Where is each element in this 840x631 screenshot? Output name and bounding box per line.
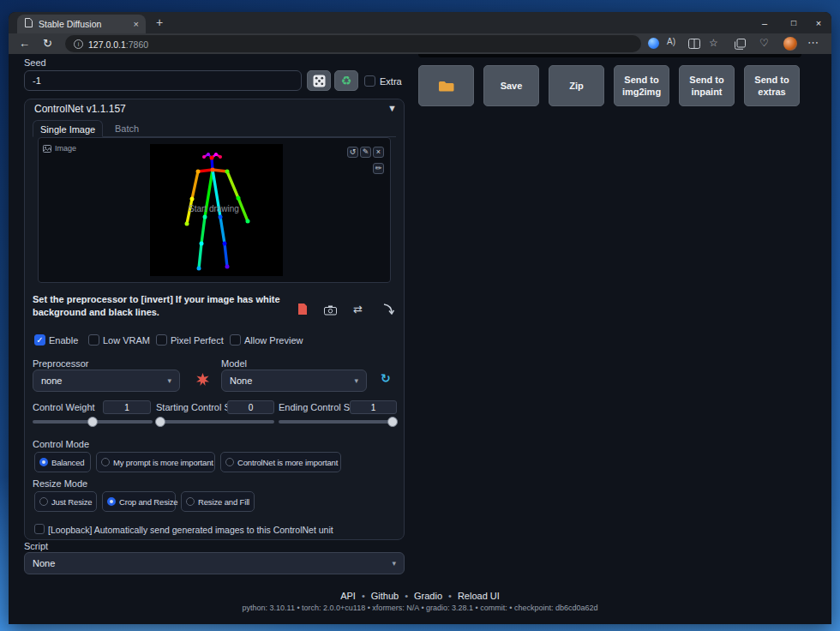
clear-image-icon[interactable]: × <box>373 147 384 158</box>
edit-icon[interactable]: ✎ <box>360 147 371 158</box>
control-mode-controlnet-important[interactable]: ControlNet is more important <box>220 452 341 472</box>
save-button[interactable]: Save <box>483 65 539 106</box>
collections-icon[interactable] <box>735 39 746 51</box>
run-preprocessor-icon[interactable] <box>196 373 209 388</box>
zip-button[interactable]: Zip <box>549 65 604 106</box>
window-minimize-button[interactable]: – <box>751 12 778 33</box>
control-mode-prompt-important[interactable]: My prompt is more important <box>96 452 215 472</box>
footer-links: API•Github•Gradio•Reload UI <box>9 591 831 601</box>
reuse-seed-button[interactable]: ♻ <box>334 70 358 91</box>
api-link[interactable]: API <box>340 591 356 601</box>
pose-canvas[interactable]: Start drawing <box>150 144 283 276</box>
github-link[interactable]: Github <box>371 591 399 601</box>
mirror-webcam-icon[interactable]: ⇄ <box>353 303 363 316</box>
radio-icon <box>101 458 110 466</box>
send-to-inpaint-button[interactable]: Send to inpaint <box>679 65 735 106</box>
address-host: 127.0.0.1 <box>88 39 126 50</box>
address-bar[interactable]: i 127.0.0.1:7860 <box>65 35 641 52</box>
end-step-slider-handle[interactable] <box>387 417 398 427</box>
image-chip: Image <box>43 144 76 153</box>
refresh-button[interactable]: ↻ <box>43 37 52 50</box>
back-button[interactable]: ← <box>19 37 30 50</box>
start-step-value[interactable]: 0 <box>227 400 274 414</box>
folder-icon <box>438 80 455 93</box>
start-step-slider-handle[interactable] <box>155 417 165 427</box>
chevron-down-icon: ▾ <box>392 559 396 568</box>
browser-tab[interactable]: Stable Diffusion × <box>17 15 146 33</box>
browser-window: Stable Diffusion × + – □ × ← ↻ i 127.0.0… <box>9 12 831 624</box>
send-dimensions-icon[interactable] <box>382 303 394 316</box>
allow-preview-checkbox[interactable] <box>230 334 241 346</box>
reload-ui-link[interactable]: Reload UI <box>458 591 500 601</box>
read-aloud-icon[interactable]: A) <box>667 37 675 46</box>
dice-icon <box>313 75 326 87</box>
split-screen-icon[interactable] <box>688 39 700 51</box>
send-to-extras-button[interactable]: Send to extras <box>744 65 800 106</box>
image-icon <box>43 145 51 153</box>
chevron-down-icon: ▾ <box>167 376 171 385</box>
tab-batch[interactable]: Batch <box>108 120 146 137</box>
site-info-icon[interactable]: i <box>74 39 83 49</box>
start-step-slider[interactable] <box>156 420 274 424</box>
settings-more-icon[interactable]: ⋯ <box>807 36 819 49</box>
script-label: Script <box>24 541 48 551</box>
undo-icon[interactable]: ↺ <box>347 147 358 158</box>
model-dropdown[interactable]: None▾ <box>221 370 367 392</box>
preprocessor-label: Preprocessor <box>33 358 88 369</box>
loopback-label: [Loopback] Automatically send generated … <box>48 525 333 535</box>
end-step-slider[interactable] <box>279 420 397 424</box>
page-favicon-icon <box>24 16 33 32</box>
start-drawing-hint: Start drawing <box>189 204 239 213</box>
pixel-perfect-checkbox[interactable] <box>156 334 167 346</box>
gradio-link[interactable]: Gradio <box>414 591 442 601</box>
new-canvas-icon[interactable] <box>297 303 308 317</box>
model-label: Model <box>221 358 247 369</box>
tab-close-icon[interactable]: × <box>134 19 139 29</box>
favorites-icon[interactable]: ☆ <box>709 37 718 49</box>
accordion-collapse-icon[interactable]: ▼ <box>387 103 397 113</box>
allow-preview-label: Allow Preview <box>244 335 303 346</box>
profile-avatar[interactable] <box>783 37 797 51</box>
resize-mode-just-resize[interactable]: Just Resize <box>34 491 97 512</box>
browser-tab-strip: Stable Diffusion × + – □ × <box>9 12 831 33</box>
enable-checkbox[interactable]: ✓ <box>34 334 45 346</box>
window-maximize-button[interactable]: □ <box>780 12 807 33</box>
extra-seed-label: Extra <box>380 76 402 87</box>
chevron-down-icon: ▾ <box>354 376 358 385</box>
seed-label: Seed <box>24 57 46 68</box>
control-weight-value[interactable]: 1 <box>103 400 151 414</box>
random-seed-button[interactable] <box>307 70 331 91</box>
lowvram-checkbox[interactable] <box>88 334 99 346</box>
script-dropdown[interactable]: None▾ <box>24 552 405 574</box>
radio-icon <box>39 497 48 506</box>
browser-essentials-icon[interactable]: ♡ <box>759 37 769 49</box>
preprocessor-dropdown[interactable]: none▾ <box>33 370 180 392</box>
radio-selected-icon <box>107 497 116 506</box>
desktop-wallpaper: Stable Diffusion × + – □ × ← ↻ i 127.0.0… <box>0 0 840 631</box>
recycle-icon: ♻ <box>341 74 352 87</box>
end-step-value[interactable]: 1 <box>350 400 397 414</box>
send-to-img2img-button[interactable]: Send to img2img <box>614 65 669 106</box>
tab-single-image[interactable]: Single Image <box>33 120 103 137</box>
window-close-button[interactable]: × <box>806 12 831 33</box>
new-tab-button[interactable]: + <box>156 15 163 29</box>
preprocessor-hint-text: Set the preprocessor to [invert] If your… <box>33 293 300 319</box>
control-weight-slider-handle[interactable] <box>87 417 98 427</box>
resize-mode-crop-and-resize[interactable]: Crop and Resize <box>102 491 176 512</box>
pixel-perfect-label: Pixel Perfect <box>171 335 224 346</box>
radio-icon <box>186 497 195 506</box>
copilot-icon[interactable] <box>648 38 659 49</box>
open-folder-button[interactable] <box>418 65 474 106</box>
webui-page: Seed -1 ♻ Extra Save Zip Send to img2img… <box>9 54 831 624</box>
enable-label: Enable <box>49 335 78 346</box>
loopback-checkbox[interactable] <box>34 524 45 534</box>
extra-seed-checkbox[interactable] <box>364 75 375 87</box>
refresh-models-icon[interactable]: ↻ <box>381 371 391 385</box>
controlnet-title: ControlNet v1.1.157 <box>34 103 126 115</box>
webcam-icon[interactable] <box>324 305 337 317</box>
seed-input[interactable]: -1 <box>24 70 302 91</box>
resize-mode-resize-and-fill[interactable]: Resize and Fill <box>181 491 255 512</box>
system-info: python: 3.10.11 • torch: 2.0.0+cu118 • x… <box>9 604 831 612</box>
control-mode-balanced[interactable]: Balanced <box>34 452 91 472</box>
brush-icon[interactable]: ✏ <box>373 163 384 174</box>
